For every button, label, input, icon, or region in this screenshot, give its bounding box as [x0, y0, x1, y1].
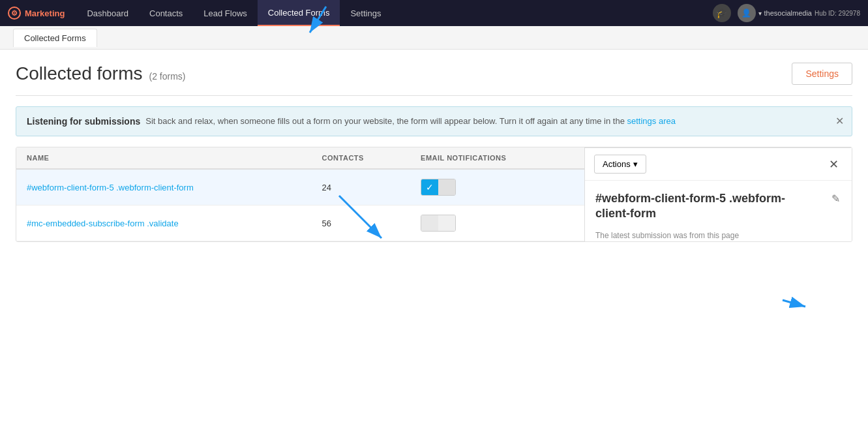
form-count: (2 forms) — [149, 71, 186, 82]
settings-button[interactable]: Settings — [792, 63, 852, 85]
nav-item-collected-forms[interactable]: Collected Forms — [258, 0, 340, 26]
col-name: NAME — [16, 147, 312, 169]
side-panel-title-row: #webform-client-form-5 .webform-client-f… — [595, 191, 841, 222]
cell-form-name: #webform-client-form-5 .webform-client-f… — [16, 169, 312, 205]
table-container: NAME CONTACTS EMAIL NOTIFICATIONS #webfo… — [16, 147, 852, 242]
account-chevron-icon: ▾ — [758, 10, 762, 17]
form-name-link-2[interactable]: #mc-embedded-subscribe-form .validate — [27, 219, 179, 228]
cell-email-toggle-2 — [410, 205, 578, 241]
nav-item-settings[interactable]: Settings — [340, 0, 391, 26]
actions-button[interactable]: Actions ▾ — [594, 155, 646, 174]
alert-banner: Listening for submissions Sit back and r… — [16, 106, 852, 136]
alert-settings-link[interactable]: settings area — [627, 116, 676, 126]
email-toggle-2[interactable] — [421, 215, 456, 232]
help-icon-btn[interactable]: 🎓 — [713, 4, 731, 22]
side-panel-close-button[interactable]: ✕ — [825, 156, 843, 173]
cell-contacts-2: 56 — [312, 205, 410, 241]
graduation-cap-icon: 🎓 — [716, 8, 727, 18]
page-header: Collected forms (2 forms) Settings — [16, 63, 852, 85]
breadcrumb-tab[interactable]: Collected Forms — [13, 29, 97, 47]
actions-chevron-icon: ▾ — [633, 159, 638, 169]
actions-label: Actions — [603, 159, 631, 169]
pencil-icon: ✎ — [831, 193, 840, 204]
form-name-link-1[interactable]: #webform-client-form-5 .webform-client-f… — [27, 183, 194, 192]
account-name: thesocialmedia — [764, 9, 812, 17]
main-content: Collected forms (2 forms) Settings Liste… — [0, 50, 868, 255]
nav-item-lead-flows[interactable]: Lead Flows — [193, 0, 257, 26]
account-section[interactable]: 👤 ▾ thesocialmedia Hub ID: 292978 — [738, 4, 860, 22]
alert-text: Sit back and relax, when someone fills o… — [145, 116, 676, 126]
page-title: Collected forms — [16, 63, 143, 84]
page-title-row: Collected forms (2 forms) — [16, 63, 186, 84]
brand-logo[interactable]: ⚙ Marketing — [8, 7, 65, 20]
latest-submission-label: The latest submission was from this page — [595, 231, 841, 240]
alert-close-button[interactable]: ✕ — [835, 115, 844, 127]
latest-submission-section: The latest submission was from this page… — [595, 231, 841, 242]
col-email-notifications: EMAIL NOTIFICATIONS — [410, 147, 578, 169]
top-navigation: ⚙ Marketing Dashboard Contacts Lead Flow… — [0, 0, 868, 26]
side-panel-title: #webform-client-form-5 .webform-client-f… — [595, 191, 817, 222]
sprocket-icon: ⚙ — [8, 7, 21, 20]
side-panel-body: #webform-client-form-5 .webform-client-f… — [585, 181, 852, 242]
toggle-off-half — [438, 179, 455, 195]
breadcrumb-bar: Collected Forms — [0, 26, 868, 50]
side-panel-header: Actions ▾ ✕ — [585, 148, 852, 181]
toggle-on-half-inactive — [421, 215, 438, 231]
toggle-on-half: ✓ — [421, 179, 438, 195]
edit-icon-button[interactable]: ✎ — [830, 191, 841, 206]
cell-form-name-2: #mc-embedded-subscribe-form .validate — [16, 205, 312, 241]
email-toggle-1[interactable]: ✓ — [421, 179, 456, 196]
hub-id: Hub ID: 292978 — [815, 10, 860, 17]
alert-title: Listening for submissions — [27, 116, 140, 127]
page-divider — [16, 95, 852, 96]
nav-item-dashboard[interactable]: Dashboard — [76, 0, 139, 26]
side-panel: Actions ▾ ✕ #webform-client-form-5 .webf… — [584, 147, 852, 242]
col-contacts: CONTACTS — [312, 147, 410, 169]
cell-email-toggle-1: ✓ — [410, 169, 578, 205]
cell-contacts-1: 24 — [312, 169, 410, 205]
avatar: 👤 — [738, 4, 756, 22]
nav-item-contacts[interactable]: Contacts — [139, 0, 193, 26]
toggle-off-half-inactive — [438, 215, 455, 231]
brand-name: Marketing — [25, 8, 65, 18]
nav-items: Dashboard Contacts Lead Flows Collected … — [76, 0, 712, 26]
nav-right: 🎓 👤 ▾ thesocialmedia Hub ID: 292978 — [713, 4, 860, 22]
